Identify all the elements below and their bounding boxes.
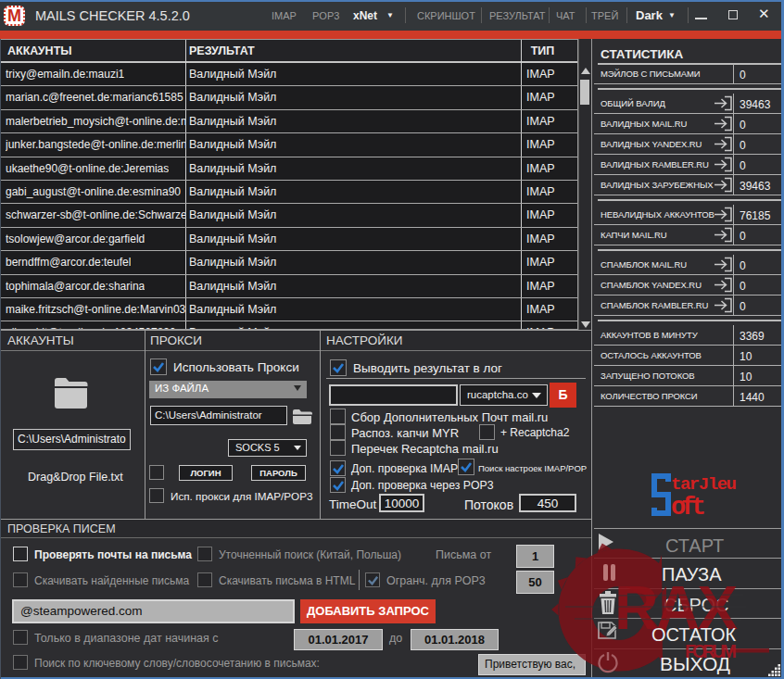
svg-text:oft: oft [671, 494, 706, 520]
svg-text:tarJleu: tarJleu [671, 474, 737, 495]
